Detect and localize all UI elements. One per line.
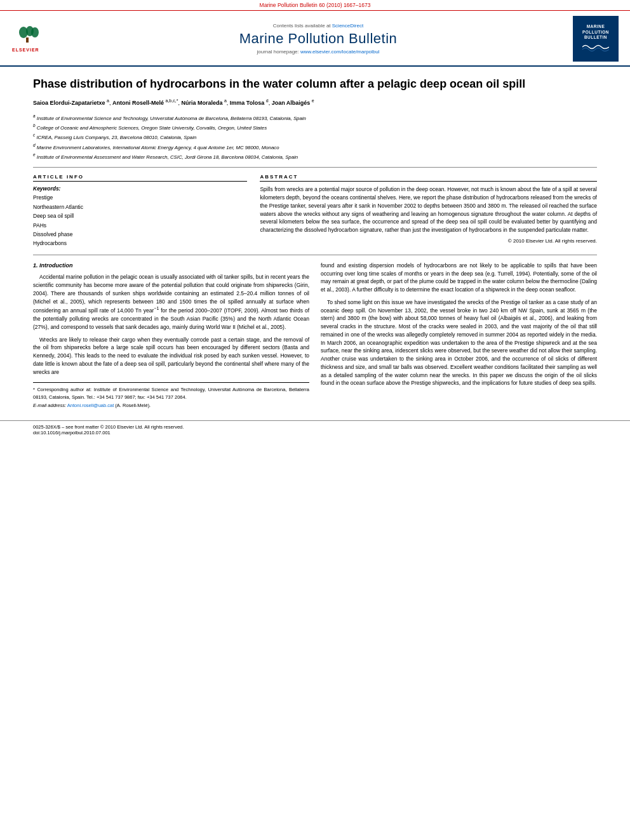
intro-para-1: Accidental marine pollution in the pelag… [33, 273, 309, 331]
journal-title-area: Contents lists available at ScienceDirec… [72, 23, 564, 55]
svg-point-3 [31, 27, 39, 37]
elsevier-logo: ELSEVIER [12, 25, 63, 53]
footnote-email: E-mail address: Antoni.rosell@uab.cat (A… [33, 402, 309, 409]
body-two-col: 1. Introduction Accidental marine pollut… [33, 262, 597, 410]
affiliation-c: c ICREA, Passeig Lluís Companys, 23, Bar… [33, 132, 597, 141]
author-1: Saioa Elordui-Zapatarietxe [33, 100, 105, 106]
affiliation-e: e Institute of Environmental Assessment … [33, 152, 597, 161]
article-content: Phase distribution of hydrocarbons in th… [0, 67, 630, 420]
keyword-1: Prestige [33, 193, 247, 202]
footnotes: * Corresponding author at: Institute of … [33, 382, 309, 409]
homepage-link[interactable]: www.elsevier.com/locate/marpolbul [300, 49, 380, 55]
keywords-label: Keywords: [33, 185, 247, 192]
journal-logo-area: MARINE POLLUTION BULLETIN [570, 16, 621, 62]
logo-line-1: MARINE [587, 24, 605, 29]
article-title: Phase distribution of hydrocarbons in th… [33, 77, 597, 91]
logo-line-2: POLLUTION [582, 30, 609, 35]
keywords-list: Prestige Northeastern Atlantic Deep sea … [33, 193, 247, 248]
affiliations: a Institute of Environmental Science and… [33, 113, 597, 161]
right-para-1: found and existing dispersion models of … [321, 262, 597, 294]
journal-header: ELSEVIER Contents lists available at Sci… [0, 11, 630, 67]
journal-homepage: journal homepage: www.elsevier.com/locat… [72, 49, 564, 55]
authors-line: Saioa Elordui-Zapatarietxe a, Antoni Ros… [33, 98, 597, 108]
intro-para-2: Wrecks are likely to release their cargo… [33, 336, 309, 377]
abstract-header: ABSTRACT [260, 174, 597, 182]
email-link[interactable]: Antoni.rosell@uab.cat [67, 403, 114, 408]
publisher-logo-area: ELSEVIER [9, 25, 66, 53]
affiliation-a: a Institute of Environmental Science and… [33, 113, 597, 122]
keyword-4: PAHs [33, 221, 247, 230]
logo-line-3: BULLETIN [584, 35, 607, 40]
sciencedirect-link[interactable]: ScienceDirect [332, 23, 363, 29]
keyword-3: Deep sea oil spill [33, 211, 247, 220]
section-label: Introduction [39, 262, 73, 269]
intro-section-title: 1. Introduction [33, 262, 309, 270]
keyword-5: Dissolved phase [33, 230, 247, 239]
journal-citation: Marine Pollution Bulletin 60 (2010) 1667… [260, 2, 371, 8]
author-4: Imma Tolosa [230, 100, 264, 106]
author-3: Núria Moraledа [181, 100, 222, 106]
journal-citation-bar: Marine Pollution Bulletin 60 (2010) 1667… [0, 0, 630, 11]
svg-rect-4 [26, 37, 29, 43]
svg-text:ELSEVIER: ELSEVIER [12, 48, 39, 52]
article-info-column: ARTICLE INFO Keywords: Prestige Northeas… [33, 174, 247, 248]
author-5: Joan Albaigés [272, 100, 311, 106]
body-right-col: found and existing dispersion models of … [321, 262, 597, 410]
article-info-abstract-section: ARTICLE INFO Keywords: Prestige Northeas… [33, 174, 597, 248]
journal-logo-box: MARINE POLLUTION BULLETIN [573, 16, 619, 62]
abstract-column: ABSTRACT Spills from wrecks are a potent… [260, 174, 597, 248]
body-left-col: 1. Introduction Accidental marine pollut… [33, 262, 309, 410]
footnote-corresponding: * Corresponding author at: Institute of … [33, 386, 309, 401]
affiliation-d: d Marine Environment Laboratories, Inter… [33, 142, 597, 151]
section-number: 1. [33, 262, 39, 269]
journal-title: Marine Pollution Bulletin [72, 30, 564, 47]
keyword-2: Northeastern Atlantic [33, 203, 247, 211]
article-info-header: ARTICLE INFO [33, 174, 247, 182]
author-2: Antoni Rosell-Melé [112, 100, 164, 106]
issn-text: 0025-326X/$ – see front matter © 2010 El… [33, 424, 184, 430]
keyword-6: Hydrocarbons [33, 239, 247, 248]
divider-1 [33, 167, 597, 168]
right-para-2: To shed some light on this issue we have… [321, 298, 597, 387]
sciencedirect-notice: Contents lists available at ScienceDirec… [72, 23, 564, 29]
abstract-text: Spills from wrecks are a potential major… [260, 185, 597, 234]
bottom-bar: 0025-326X/$ – see front matter © 2010 El… [0, 420, 630, 439]
doi-text: doi:10.1016/j.marpolbul.2010.07.001 [33, 430, 111, 436]
divider-2 [33, 255, 597, 255]
affiliation-b: b College of Oceanic and Atmospheric Sci… [33, 123, 597, 131]
copyright-line: © 2010 Elsevier Ltd. All rights reserved… [260, 238, 597, 244]
logo-graphic [582, 41, 609, 53]
